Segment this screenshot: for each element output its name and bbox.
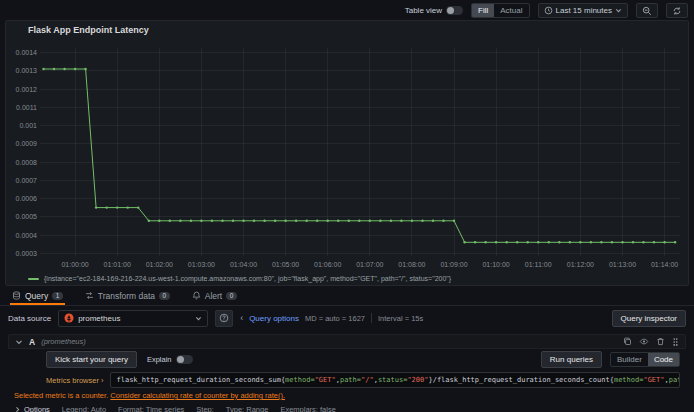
y-tick-label: 0.0004: [16, 232, 38, 239]
expr-token: method=: [614, 376, 644, 384]
tab-transform-label: Transform data: [98, 291, 155, 301]
tab-alert-count: 0: [226, 292, 237, 300]
transform-icon: [85, 291, 94, 300]
query-datasource-hint: (prometheus): [41, 337, 86, 346]
chevron-down-icon[interactable]: [15, 338, 23, 346]
builder-button[interactable]: Builder: [611, 353, 648, 366]
query-options-row[interactable]: Options Legend: AutoFormat: Time seriesS…: [8, 401, 686, 412]
data-point: [95, 206, 97, 208]
query-options-toggle[interactable]: ‹ Query options MD = auto = 1627 Interva…: [240, 313, 423, 323]
drag-handle-icon[interactable]: [672, 337, 679, 347]
code-button[interactable]: Code: [648, 353, 679, 366]
data-point: [506, 241, 508, 243]
tab-alert-label: Alert: [205, 291, 222, 301]
metrics-browser-button[interactable]: Metrics browser ›: [46, 376, 104, 385]
table-view-toggle[interactable]: [446, 6, 463, 15]
data-point: [558, 241, 560, 243]
tab-alert[interactable]: Alert 0: [190, 286, 239, 305]
fill-actual-segmented: Fill Actual: [471, 3, 529, 18]
x-tick-label: 01:04:00: [230, 261, 257, 268]
run-queries-button[interactable]: Run queries: [541, 351, 602, 368]
expr-token: flask_http_request_duration_seconds_sum: [117, 376, 281, 384]
legend-series-swatch: [28, 278, 39, 280]
toggle-knob: [177, 356, 184, 363]
query-inspector-button[interactable]: Query inspector: [612, 310, 686, 327]
data-point: [211, 220, 213, 222]
data-point: [674, 241, 676, 243]
data-point: [295, 220, 297, 222]
data-point: [579, 241, 581, 243]
query-expression[interactable]: flask_http_request_duration_seconds_sum{…: [110, 372, 680, 388]
expr-token: status=: [378, 376, 408, 384]
data-point: [179, 220, 181, 222]
chevron-left-icon: ‹: [240, 313, 243, 323]
data-point: [358, 220, 360, 222]
tab-transform[interactable]: Transform data 0: [83, 286, 172, 305]
data-point: [306, 220, 308, 222]
actual-button[interactable]: Actual: [494, 4, 528, 17]
query-row-actions: [623, 337, 679, 347]
trash-icon[interactable]: [656, 337, 665, 346]
table-view-label: Table view: [405, 6, 442, 15]
y-tick-label: 0.0008: [16, 159, 38, 166]
expr-token: "GET": [315, 376, 336, 384]
data-point: [74, 68, 76, 70]
eye-icon[interactable]: [639, 337, 649, 346]
zoom-out-button[interactable]: [636, 3, 658, 18]
data-point: [642, 241, 644, 243]
data-point: [474, 241, 476, 243]
data-point: [527, 241, 529, 243]
fill-button[interactable]: Fill: [472, 4, 494, 17]
latency-panel: Flask App Endpoint Latency 0.00140.00130…: [5, 20, 689, 286]
data-point: [316, 220, 318, 222]
x-tick-label: 01:03:00: [188, 261, 215, 268]
query-row-header[interactable]: A (prometheus): [8, 334, 686, 349]
data-point: [621, 241, 623, 243]
data-point: [53, 68, 55, 70]
data-point: [390, 220, 392, 222]
y-tick-label: 0.0003: [16, 250, 38, 257]
data-point: [611, 241, 613, 243]
data-point: [442, 220, 444, 222]
legend-series-label[interactable]: {instance="ec2-184-169-216-224.us-west-1…: [44, 275, 451, 282]
data-point: [463, 241, 465, 243]
divider: [371, 313, 372, 323]
x-tick-label: 01:07:00: [356, 261, 383, 268]
data-point: [548, 241, 550, 243]
help-icon: [219, 313, 229, 323]
data-point: [253, 220, 255, 222]
data-point: [137, 206, 139, 208]
data-point: [369, 220, 371, 222]
warning-rate-link[interactable]: Consider calculating rate of counter by …: [110, 391, 285, 400]
y-tick-label: 0.001: [19, 122, 37, 129]
latency-chart[interactable]: 0.00140.00130.00120.00110.0010.00090.000…: [12, 40, 684, 272]
x-tick-label: 01:14:00: [651, 261, 678, 268]
data-point: [63, 68, 65, 70]
explain-toggle[interactable]: [176, 355, 193, 364]
copy-icon[interactable]: [623, 337, 632, 346]
x-tick-label: 01:11:00: [525, 261, 552, 268]
bell-icon: [192, 291, 201, 300]
explain-label: Explain: [147, 355, 172, 364]
tab-query-count: 1: [52, 292, 63, 300]
datasource-picker[interactable]: prometheus: [58, 310, 208, 327]
data-point: [148, 220, 150, 222]
data-point: [495, 241, 497, 243]
data-point: [327, 220, 329, 222]
chevron-down-icon: [615, 7, 622, 14]
data-point: [421, 220, 423, 222]
chart-legend: {instance="ec2-184-169-216-224.us-west-1…: [12, 272, 682, 285]
panel-title: Flask App Endpoint Latency: [12, 25, 682, 40]
kick-start-button[interactable]: Kick start your query: [46, 351, 137, 368]
refresh-button[interactable]: [666, 3, 688, 18]
builder-code-segmented: Builder Code: [610, 352, 680, 367]
time-range-picker[interactable]: Last 15 minutes: [538, 3, 628, 18]
x-tick-label: 01:09:00: [440, 261, 467, 268]
data-point: [516, 241, 518, 243]
expression-row: Metrics browser › flask_http_request_dur…: [46, 371, 680, 389]
tab-query[interactable]: Query 1: [10, 286, 65, 305]
query-options-label: Query options: [249, 314, 299, 323]
query-editor-row: A (prometheus) Kick start your query Exp…: [8, 334, 686, 412]
datasource-help-button[interactable]: [215, 310, 233, 327]
query-toolbar: Kick start your query Explain Run querie…: [8, 349, 686, 370]
